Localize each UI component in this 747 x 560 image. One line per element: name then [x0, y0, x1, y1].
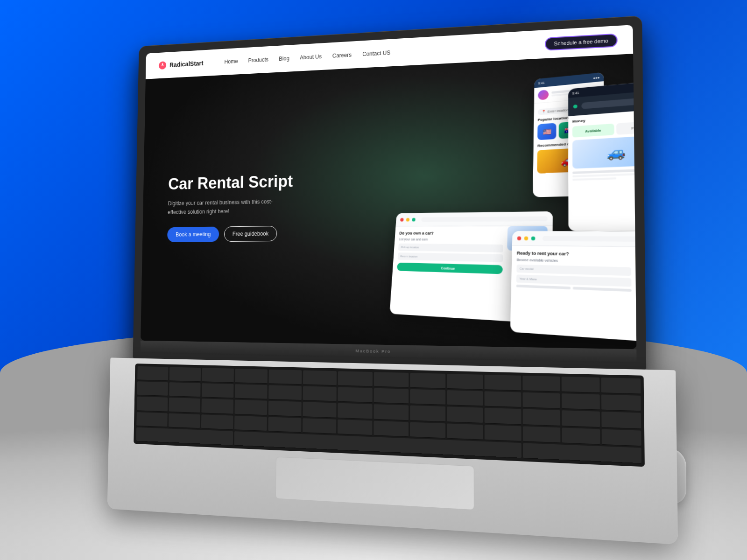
key [523, 392, 561, 409]
key [562, 393, 600, 410]
key [562, 411, 600, 427]
key [410, 406, 445, 422]
web1-sub: List your car and earn [399, 238, 503, 242]
usa-flag: 🇺🇸 [537, 123, 556, 140]
key [447, 390, 483, 406]
key [137, 366, 168, 381]
key [136, 397, 168, 412]
key [374, 404, 409, 420]
key [268, 401, 302, 416]
web2-car: 🚕 [635, 252, 636, 286]
web1-header [396, 211, 553, 226]
hero-title: Car Rental Script [168, 170, 352, 194]
phone-time: 9:41 [538, 81, 545, 85]
key [303, 402, 337, 418]
key [303, 370, 337, 385]
key [601, 395, 641, 412]
web2-field2-label: Year & Make [519, 277, 536, 281]
key [602, 429, 641, 446]
key [374, 420, 409, 437]
web2-headline: Ready to rent your car? [517, 251, 631, 258]
key [303, 418, 336, 434]
dot-yellow [406, 218, 410, 222]
key [268, 385, 302, 400]
schedule-demo-button[interactable]: Schedule a free demo [545, 34, 617, 51]
hero-subtitle: Digitize your car rental business with t… [168, 197, 288, 217]
macbook-brand-text: MacBook Pro [356, 349, 391, 354]
dot-green [412, 217, 416, 221]
key [562, 377, 600, 393]
key [338, 387, 372, 403]
nav-home[interactable]: Home [224, 58, 238, 65]
key [202, 368, 234, 383]
nav-blog[interactable]: Blog [279, 55, 289, 62]
web2-sub: Browse available vehicles [517, 258, 631, 264]
key-shift [136, 427, 233, 445]
key [136, 412, 168, 427]
key [601, 378, 641, 394]
key [169, 398, 200, 413]
key [374, 372, 409, 388]
key [602, 412, 641, 429]
web2-field1-label: Car model [520, 267, 534, 270]
screen-bezel: RadicalStart Home Products Blog About Us… [141, 25, 636, 349]
key [562, 427, 600, 445]
key [201, 399, 233, 414]
key [522, 376, 560, 392]
location-usa: 🇺🇸 [537, 123, 556, 140]
key [447, 374, 483, 390]
key [202, 383, 234, 398]
nav-contact[interactable]: Contact US [362, 49, 390, 57]
key [447, 407, 483, 423]
nav-products[interactable]: Products [248, 56, 268, 64]
web2-body: Ready to rent your car? Browse available… [511, 245, 637, 299]
key [338, 419, 372, 435]
phone2-time: 9:41 [572, 91, 579, 95]
laptop-lid: RadicalStart Home Products Blog About Us… [133, 15, 647, 370]
web1-field-1: Pick up location [398, 244, 503, 252]
hero-visuals: 9:41 ●●● ⚙ [384, 67, 636, 349]
key [234, 400, 267, 415]
logo-icon [158, 60, 167, 70]
web-screenshot-2: Ready to rent your car? Browse available… [510, 231, 637, 344]
hero-section: Car Rental Script Digitize your car rent… [141, 54, 636, 349]
key [303, 386, 337, 401]
nav-careers[interactable]: Careers [332, 52, 352, 59]
key [523, 409, 561, 426]
trackpad[interactable] [275, 457, 474, 511]
key [484, 375, 521, 391]
hero-buttons: Book a meeting Free guidebook [167, 225, 352, 242]
free-guidebook-button[interactable]: Free guidebook [224, 226, 277, 242]
logo-area: RadicalStart [158, 58, 203, 70]
key [523, 426, 561, 443]
key [235, 369, 268, 384]
key [374, 388, 409, 404]
phone-signal: ●●● [593, 76, 599, 79]
book-meeting-button[interactable]: Book a meeting [167, 226, 219, 242]
key [234, 415, 267, 431]
key [410, 422, 445, 438]
web2-header [512, 231, 636, 247]
key [169, 382, 201, 397]
laptop: RadicalStart Home Products Blog About Us… [130, 15, 648, 543]
location-chip: 📍 Enter location [538, 106, 573, 115]
key [268, 417, 301, 433]
web1-btn[interactable]: Continue [397, 263, 503, 274]
key [410, 389, 445, 405]
key [169, 367, 201, 382]
keyboard-grid [134, 364, 645, 467]
nav-links: Home Products Blog About Us Careers Cont… [224, 42, 530, 65]
key [269, 370, 302, 385]
phone-screenshot-2: 9:41 ●●● Money Ava [568, 80, 636, 231]
key [235, 384, 268, 399]
key [201, 414, 233, 430]
key [169, 413, 200, 428]
dot2-yellow [524, 236, 529, 240]
location-text: Enter location [548, 108, 569, 113]
key [485, 408, 521, 424]
key [485, 392, 521, 408]
nav-about[interactable]: About Us [300, 53, 322, 61]
dot2-red [517, 236, 521, 240]
key [447, 423, 483, 440]
web1-headline: Do you own a car? [399, 231, 504, 236]
